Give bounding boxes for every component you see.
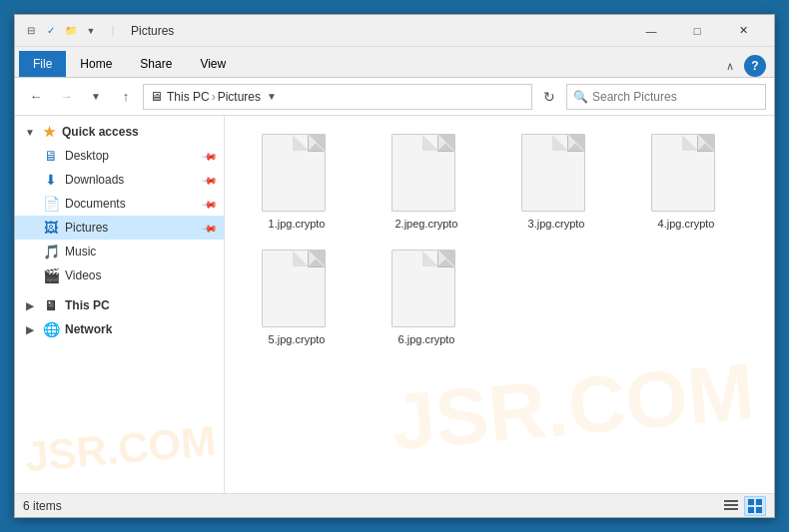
path-this-pc: This PC [167,90,210,104]
network-expand-icon: ▶ [23,322,37,336]
sidebar-network-label: Network [65,322,112,336]
ribbon-tabs: File Home Share View ∧ ? [15,47,774,77]
path-icon: 🖥 [150,89,163,104]
file-icon-4 [651,134,721,214]
search-icon: 🔍 [573,90,588,104]
sidebar-videos-label: Videos [65,268,101,282]
close-button[interactable]: ✕ [720,15,766,47]
quick-access-star-icon: ★ [43,124,56,140]
sidebar-network-header[interactable]: ▶ 🌐 Network [15,317,224,341]
this-pc-icon: 🖥 [43,297,59,313]
file-corner2 [682,135,698,151]
sidebar-desktop-label: Desktop [65,149,109,163]
file-corner2 [293,251,309,266]
minimize-button[interactable]: — [628,15,674,47]
file-page-6 [392,250,455,327]
sidebar-this-pc-header[interactable]: ▶ 🖥 This PC [15,293,224,317]
svg-rect-3 [748,499,754,505]
file-corner1 [309,135,325,151]
sidebar-this-pc-label: This PC [65,298,110,312]
tab-home[interactable]: Home [66,51,126,77]
view-list-button[interactable] [720,496,742,516]
svg-rect-5 [748,507,754,513]
quick-access-label: Quick access [62,125,139,139]
desktop-icon: 🖥 [43,148,59,164]
file-item-4[interactable]: 4.jpg.crypto [626,128,746,236]
file-corner1 [698,135,714,151]
maximize-button[interactable]: □ [674,15,720,47]
svg-rect-6 [756,507,762,513]
address-path-dropdown[interactable]: ▼ [261,84,283,110]
address-bar: ← → ▼ ↑ 🖥 This PC › Pictures ▼ ↻ 🔍 [15,78,774,116]
quick-access-expand-icon: ▼ [23,125,37,139]
address-path[interactable]: 🖥 This PC › Pictures ▼ [143,84,532,110]
tab-file[interactable]: File [19,51,66,77]
file-icon-5 [262,250,332,329]
file-name-6: 6.jpg.crypto [398,333,455,345]
quick-access-icon1[interactable]: ⊟ [23,23,39,39]
this-pc-expand-icon: ▶ [23,298,37,312]
pin-icon-documents: 📌 [202,196,218,212]
forward-button[interactable]: → [53,84,79,110]
file-page-4 [651,134,715,212]
tab-share[interactable]: Share [126,51,186,77]
view-icons [720,496,766,516]
back-button[interactable]: ← [23,84,49,110]
sidebar-pictures-label: Pictures [65,221,108,235]
file-name-1: 1.jpg.crypto [269,218,326,230]
title-separator: | [105,23,121,39]
file-item-1[interactable]: 1.jpg.crypto [237,128,357,236]
svg-rect-2 [724,508,738,510]
svg-rect-0 [724,500,738,502]
search-input[interactable] [592,90,759,104]
file-name-5: 5.jpg.crypto [269,333,326,345]
quick-access-dropdown[interactable]: ▼ [83,23,99,39]
sidebar-item-music[interactable]: 🎵 Music [15,240,224,264]
file-corner2 [293,135,309,151]
status-bar: 6 items [15,493,774,517]
file-corner2 [422,135,438,151]
quick-access-icon2[interactable]: ✓ [43,23,59,39]
file-item-5[interactable]: 5.jpg.crypto [237,244,357,351]
ribbon-collapse-button[interactable]: ∧ [720,56,740,76]
sidebar-item-videos[interactable]: 🎬 Videos [15,264,224,287]
view-grid-button[interactable] [744,496,766,516]
help-button[interactable]: ? [744,55,766,77]
window-title: Pictures [131,24,628,38]
file-corner1 [568,135,584,151]
sidebar-quick-access-header[interactable]: ▼ ★ Quick access [15,120,224,144]
explorer-window: ⊟ ✓ 📁 ▼ | Pictures — □ ✕ File Home Share… [14,14,775,518]
sidebar: ▼ ★ Quick access 🖥 Desktop 📌 ⬇ Downloads… [15,116,225,493]
refresh-button[interactable]: ↻ [536,84,562,110]
sidebar-item-downloads[interactable]: ⬇ Downloads 📌 [15,168,224,192]
svg-rect-4 [756,499,762,505]
file-page-2 [392,134,455,212]
sidebar-downloads-label: Downloads [65,173,124,187]
file-item-6[interactable]: 6.jpg.crypto [367,244,486,351]
file-corner1 [309,251,325,266]
up-button[interactable]: ↑ [113,84,139,110]
file-icon-6 [392,250,461,329]
tab-view[interactable]: View [186,51,240,77]
file-page-5 [262,250,326,327]
music-icon: 🎵 [43,244,59,260]
title-bar-icons: ⊟ ✓ 📁 ▼ | [23,23,123,39]
sidebar-item-pictures[interactable]: 🖼 Pictures 📌 [15,216,224,240]
sidebar-documents-label: Documents [65,197,126,211]
file-name-3: 3.jpg.crypto [528,218,585,230]
file-name-2: 2.jpeg.crypto [395,218,458,230]
file-item-3[interactable]: 3.jpg.crypto [496,128,616,236]
documents-icon: 📄 [43,196,59,212]
sidebar-music-label: Music [65,245,96,259]
quick-access-icon3[interactable]: 📁 [63,23,79,39]
file-corner1 [438,135,454,151]
sidebar-item-documents[interactable]: 📄 Documents 📌 [15,192,224,216]
path-separator1: › [212,90,216,104]
sidebar-item-desktop[interactable]: 🖥 Desktop 📌 [15,144,224,168]
file-corner2 [422,251,438,266]
videos-icon: 🎬 [43,267,59,283]
dropdown-button[interactable]: ▼ [83,84,109,110]
file-item-2[interactable]: 2.jpeg.crypto [367,128,486,236]
window-controls: — □ ✕ [628,15,766,47]
pictures-icon: 🖼 [43,220,59,236]
